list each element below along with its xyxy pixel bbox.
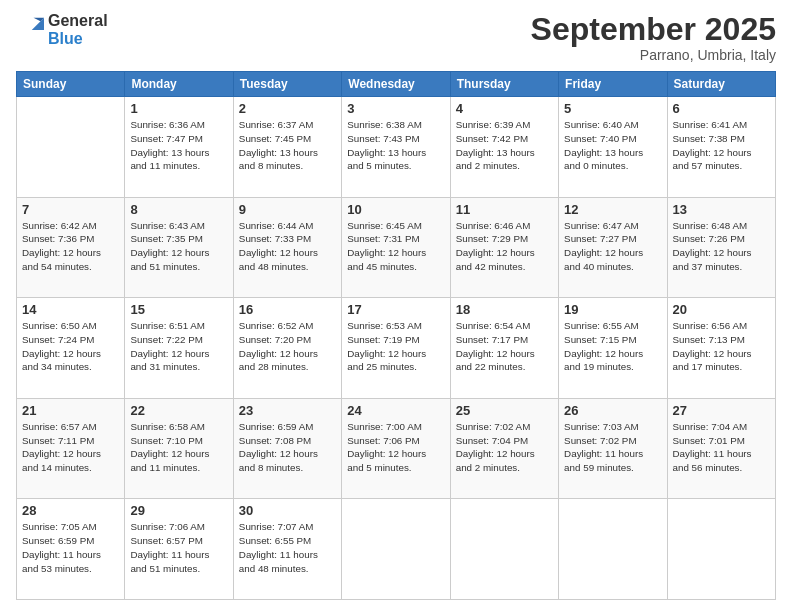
- day-info-6: Sunrise: 6:41 AMSunset: 7:38 PMDaylight:…: [673, 118, 770, 173]
- day-info-12: Sunrise: 6:47 AMSunset: 7:27 PMDaylight:…: [564, 219, 661, 274]
- cell-4-4: [450, 499, 558, 600]
- header-row: Sunday Monday Tuesday Wednesday Thursday…: [17, 72, 776, 97]
- day-info-21: Sunrise: 6:57 AMSunset: 7:11 PMDaylight:…: [22, 420, 119, 475]
- week-row-4: 28Sunrise: 7:05 AMSunset: 6:59 PMDayligh…: [17, 499, 776, 600]
- cell-2-0: 14Sunrise: 6:50 AMSunset: 7:24 PMDayligh…: [17, 298, 125, 399]
- cell-3-1: 22Sunrise: 6:58 AMSunset: 7:10 PMDayligh…: [125, 398, 233, 499]
- day-number-21: 21: [22, 403, 119, 418]
- day-info-26: Sunrise: 7:03 AMSunset: 7:02 PMDaylight:…: [564, 420, 661, 475]
- day-number-22: 22: [130, 403, 227, 418]
- cell-2-3: 17Sunrise: 6:53 AMSunset: 7:19 PMDayligh…: [342, 298, 450, 399]
- logo: General Blue: [16, 12, 108, 47]
- day-number-14: 14: [22, 302, 119, 317]
- day-info-4: Sunrise: 6:39 AMSunset: 7:42 PMDaylight:…: [456, 118, 553, 173]
- day-number-16: 16: [239, 302, 336, 317]
- title-block: September 2025 Parrano, Umbria, Italy: [531, 12, 776, 63]
- day-number-27: 27: [673, 403, 770, 418]
- day-info-22: Sunrise: 6:58 AMSunset: 7:10 PMDaylight:…: [130, 420, 227, 475]
- day-number-2: 2: [239, 101, 336, 116]
- week-row-1: 7Sunrise: 6:42 AMSunset: 7:36 PMDaylight…: [17, 197, 776, 298]
- location-subtitle: Parrano, Umbria, Italy: [531, 47, 776, 63]
- day-info-2: Sunrise: 6:37 AMSunset: 7:45 PMDaylight:…: [239, 118, 336, 173]
- day-info-28: Sunrise: 7:05 AMSunset: 6:59 PMDaylight:…: [22, 520, 119, 575]
- day-info-14: Sunrise: 6:50 AMSunset: 7:24 PMDaylight:…: [22, 319, 119, 374]
- cell-4-0: 28Sunrise: 7:05 AMSunset: 6:59 PMDayligh…: [17, 499, 125, 600]
- day-number-18: 18: [456, 302, 553, 317]
- day-info-18: Sunrise: 6:54 AMSunset: 7:17 PMDaylight:…: [456, 319, 553, 374]
- logo-general-text: General: [48, 12, 108, 30]
- col-sunday: Sunday: [17, 72, 125, 97]
- cell-3-0: 21Sunrise: 6:57 AMSunset: 7:11 PMDayligh…: [17, 398, 125, 499]
- day-number-29: 29: [130, 503, 227, 518]
- day-info-23: Sunrise: 6:59 AMSunset: 7:08 PMDaylight:…: [239, 420, 336, 475]
- cell-0-1: 1Sunrise: 6:36 AMSunset: 7:47 PMDaylight…: [125, 97, 233, 198]
- col-friday: Friday: [559, 72, 667, 97]
- day-info-19: Sunrise: 6:55 AMSunset: 7:15 PMDaylight:…: [564, 319, 661, 374]
- day-number-25: 25: [456, 403, 553, 418]
- day-number-6: 6: [673, 101, 770, 116]
- week-row-0: 1Sunrise: 6:36 AMSunset: 7:47 PMDaylight…: [17, 97, 776, 198]
- cell-4-6: [667, 499, 775, 600]
- cell-2-5: 19Sunrise: 6:55 AMSunset: 7:15 PMDayligh…: [559, 298, 667, 399]
- day-number-19: 19: [564, 302, 661, 317]
- day-info-30: Sunrise: 7:07 AMSunset: 6:55 PMDaylight:…: [239, 520, 336, 575]
- logo-text: General Blue: [48, 12, 108, 47]
- day-number-3: 3: [347, 101, 444, 116]
- cell-3-6: 27Sunrise: 7:04 AMSunset: 7:01 PMDayligh…: [667, 398, 775, 499]
- cell-1-2: 9Sunrise: 6:44 AMSunset: 7:33 PMDaylight…: [233, 197, 341, 298]
- col-tuesday: Tuesday: [233, 72, 341, 97]
- day-info-11: Sunrise: 6:46 AMSunset: 7:29 PMDaylight:…: [456, 219, 553, 274]
- day-info-15: Sunrise: 6:51 AMSunset: 7:22 PMDaylight:…: [130, 319, 227, 374]
- cell-1-1: 8Sunrise: 6:43 AMSunset: 7:35 PMDaylight…: [125, 197, 233, 298]
- col-saturday: Saturday: [667, 72, 775, 97]
- day-number-4: 4: [456, 101, 553, 116]
- cell-0-0: [17, 97, 125, 198]
- logo-icon: [16, 16, 44, 44]
- day-number-7: 7: [22, 202, 119, 217]
- col-thursday: Thursday: [450, 72, 558, 97]
- day-number-26: 26: [564, 403, 661, 418]
- cell-4-1: 29Sunrise: 7:06 AMSunset: 6:57 PMDayligh…: [125, 499, 233, 600]
- cell-2-4: 18Sunrise: 6:54 AMSunset: 7:17 PMDayligh…: [450, 298, 558, 399]
- month-title: September 2025: [531, 12, 776, 47]
- calendar-table: Sunday Monday Tuesday Wednesday Thursday…: [16, 71, 776, 600]
- cell-1-6: 13Sunrise: 6:48 AMSunset: 7:26 PMDayligh…: [667, 197, 775, 298]
- day-info-13: Sunrise: 6:48 AMSunset: 7:26 PMDaylight:…: [673, 219, 770, 274]
- week-row-3: 21Sunrise: 6:57 AMSunset: 7:11 PMDayligh…: [17, 398, 776, 499]
- cell-4-2: 30Sunrise: 7:07 AMSunset: 6:55 PMDayligh…: [233, 499, 341, 600]
- day-info-5: Sunrise: 6:40 AMSunset: 7:40 PMDaylight:…: [564, 118, 661, 173]
- day-info-9: Sunrise: 6:44 AMSunset: 7:33 PMDaylight:…: [239, 219, 336, 274]
- cell-2-6: 20Sunrise: 6:56 AMSunset: 7:13 PMDayligh…: [667, 298, 775, 399]
- day-info-16: Sunrise: 6:52 AMSunset: 7:20 PMDaylight:…: [239, 319, 336, 374]
- day-info-25: Sunrise: 7:02 AMSunset: 7:04 PMDaylight:…: [456, 420, 553, 475]
- cell-3-2: 23Sunrise: 6:59 AMSunset: 7:08 PMDayligh…: [233, 398, 341, 499]
- day-info-29: Sunrise: 7:06 AMSunset: 6:57 PMDaylight:…: [130, 520, 227, 575]
- day-info-24: Sunrise: 7:00 AMSunset: 7:06 PMDaylight:…: [347, 420, 444, 475]
- day-number-9: 9: [239, 202, 336, 217]
- cell-0-6: 6Sunrise: 6:41 AMSunset: 7:38 PMDaylight…: [667, 97, 775, 198]
- day-info-3: Sunrise: 6:38 AMSunset: 7:43 PMDaylight:…: [347, 118, 444, 173]
- day-number-17: 17: [347, 302, 444, 317]
- day-info-17: Sunrise: 6:53 AMSunset: 7:19 PMDaylight:…: [347, 319, 444, 374]
- day-info-27: Sunrise: 7:04 AMSunset: 7:01 PMDaylight:…: [673, 420, 770, 475]
- cell-3-4: 25Sunrise: 7:02 AMSunset: 7:04 PMDayligh…: [450, 398, 558, 499]
- cell-1-0: 7Sunrise: 6:42 AMSunset: 7:36 PMDaylight…: [17, 197, 125, 298]
- day-info-8: Sunrise: 6:43 AMSunset: 7:35 PMDaylight:…: [130, 219, 227, 274]
- day-info-10: Sunrise: 6:45 AMSunset: 7:31 PMDaylight:…: [347, 219, 444, 274]
- cell-3-5: 26Sunrise: 7:03 AMSunset: 7:02 PMDayligh…: [559, 398, 667, 499]
- cell-0-5: 5Sunrise: 6:40 AMSunset: 7:40 PMDaylight…: [559, 97, 667, 198]
- day-info-1: Sunrise: 6:36 AMSunset: 7:47 PMDaylight:…: [130, 118, 227, 173]
- cell-3-3: 24Sunrise: 7:00 AMSunset: 7:06 PMDayligh…: [342, 398, 450, 499]
- col-wednesday: Wednesday: [342, 72, 450, 97]
- header: General Blue September 2025 Parrano, Umb…: [16, 12, 776, 63]
- cell-1-4: 11Sunrise: 6:46 AMSunset: 7:29 PMDayligh…: [450, 197, 558, 298]
- day-number-20: 20: [673, 302, 770, 317]
- day-info-20: Sunrise: 6:56 AMSunset: 7:13 PMDaylight:…: [673, 319, 770, 374]
- cell-2-2: 16Sunrise: 6:52 AMSunset: 7:20 PMDayligh…: [233, 298, 341, 399]
- cell-0-4: 4Sunrise: 6:39 AMSunset: 7:42 PMDaylight…: [450, 97, 558, 198]
- day-number-13: 13: [673, 202, 770, 217]
- cell-1-3: 10Sunrise: 6:45 AMSunset: 7:31 PMDayligh…: [342, 197, 450, 298]
- day-number-28: 28: [22, 503, 119, 518]
- cell-4-5: [559, 499, 667, 600]
- col-monday: Monday: [125, 72, 233, 97]
